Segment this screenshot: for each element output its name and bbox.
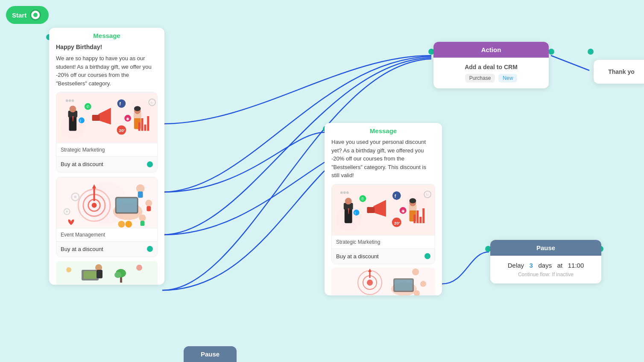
buy-button-m2-1-text: Buy at a discount [336, 252, 379, 261]
svg-rect-51 [138, 191, 143, 198]
buy-button-1-dot[interactable] [147, 161, 153, 167]
svg-text:◉: ◉ [401, 208, 405, 213]
start-node[interactable]: Start [6, 6, 49, 24]
svg-rect-19 [92, 115, 100, 121]
svg-rect-31 [147, 116, 149, 131]
course-image-m2-1: f ✆ ◉ t 20' ↻ [332, 184, 435, 236]
svg-point-12 [69, 105, 76, 112]
svg-point-17 [134, 106, 141, 111]
svg-rect-84 [367, 207, 375, 213]
course-item-1: f ✆ ◉ t 20' ↻ [56, 92, 158, 172]
message-card-1: Message Happy Birthday! We are so happy … [49, 28, 164, 285]
svg-text:f: f [120, 101, 121, 106]
svg-text:20': 20' [119, 128, 125, 133]
svg-rect-95 [419, 216, 422, 223]
svg-text:↻: ↻ [150, 101, 153, 105]
course-image-2 [56, 177, 157, 228]
svg-point-4 [588, 49, 594, 55]
svg-point-54 [139, 214, 146, 221]
svg-rect-94 [416, 210, 419, 223]
svg-point-59 [66, 210, 68, 213]
svg-point-52 [145, 200, 152, 207]
svg-point-102 [343, 191, 346, 194]
svg-rect-28 [138, 123, 141, 131]
svg-point-57 [74, 196, 76, 198]
svg-text:✆: ✆ [361, 197, 364, 201]
svg-text:f: f [395, 193, 396, 199]
buy-button-2-text: Buy at a discount [61, 245, 103, 254]
buy-button-2-dot[interactable] [147, 246, 153, 252]
svg-rect-93 [413, 214, 416, 223]
buy-button-row-1[interactable]: Buy at a discount [56, 156, 157, 172]
start-toggle[interactable] [30, 9, 41, 20]
svg-rect-96 [422, 208, 424, 223]
thankyou-card: Thank yo [594, 60, 644, 84]
pause-at: at [557, 262, 563, 269]
buy-button-row-m2-1[interactable]: Buy at a discount [332, 248, 435, 264]
svg-point-77 [345, 198, 352, 204]
course-item-m2-2-preview [331, 268, 435, 295]
svg-point-61 [125, 221, 132, 228]
svg-point-60 [118, 221, 125, 228]
action-card: Action Add a deal to CRM Purchase New [433, 42, 549, 88]
message-card-2: Message Have you used your personal disc… [325, 123, 442, 295]
pause-days-unit: days [538, 262, 552, 269]
svg-text:20': 20' [394, 220, 400, 225]
course-item-3-preview [56, 261, 158, 285]
svg-point-113 [412, 269, 419, 275]
thankyou-text: Thank yo [594, 60, 644, 84]
action-tag-purchase: Purchase [465, 74, 495, 82]
svg-point-20 [117, 99, 126, 108]
action-card-header: Action [433, 42, 549, 58]
svg-rect-66 [97, 270, 102, 278]
svg-point-101 [340, 191, 343, 194]
svg-point-114 [420, 281, 426, 287]
svg-text:◉: ◉ [126, 117, 129, 121]
svg-point-44 [92, 203, 97, 208]
svg-point-36 [66, 99, 68, 102]
pause-days: 3 [530, 262, 533, 269]
course-item-m2-1: f ✆ ◉ t 20' ↻ [331, 184, 435, 265]
svg-rect-64 [84, 271, 97, 279]
buy-button-1-text: Buy at a discount [61, 160, 103, 169]
pause-node-bottom: Pause [184, 346, 237, 362]
svg-rect-104 [331, 268, 435, 295]
svg-rect-53 [146, 206, 151, 211]
pause-flow-label: Continue flow: If inactive [497, 272, 594, 277]
message2-body: Have you used your personal discount yet… [331, 138, 435, 180]
svg-point-37 [69, 99, 71, 102]
buy-button-row-2[interactable]: Buy at a discount [56, 241, 157, 257]
svg-point-70 [66, 267, 71, 272]
buy-button-m2-1-dot[interactable] [424, 253, 430, 259]
svg-rect-112 [395, 280, 413, 291]
svg-point-38 [71, 99, 74, 102]
svg-point-85 [392, 191, 401, 200]
svg-point-69 [114, 272, 121, 278]
course-image-1: f ✆ ◉ t 20' ↻ [56, 92, 157, 143]
svg-point-103 [346, 191, 349, 194]
pause-delay-line: Delay 3 days at 11:00 [497, 262, 594, 269]
message1-greeting: Happy Birthday! [56, 43, 158, 52]
pause-card-header: Pause [490, 240, 601, 256]
message1-header: Message [49, 28, 164, 43]
svg-point-2 [548, 49, 554, 55]
svg-rect-29 [141, 118, 143, 131]
course2-label: Event Management [56, 228, 157, 241]
pause-node-label: Pause [201, 350, 220, 358]
svg-rect-49 [117, 198, 137, 212]
start-label: Start [12, 12, 26, 19]
course-item-2: Event Management Buy at a discount [56, 177, 158, 257]
message1-body: We are so happy to have you as our stude… [56, 54, 158, 88]
svg-text:↻: ↻ [426, 193, 429, 197]
svg-rect-55 [141, 221, 145, 226]
pause-delay-label: Delay [508, 262, 524, 269]
svg-point-82 [409, 198, 416, 203]
pause-time: 11:00 [568, 262, 584, 269]
svg-point-107 [367, 280, 373, 286]
svg-rect-62 [56, 261, 158, 285]
svg-point-71 [136, 265, 142, 271]
message2-header: Message [325, 123, 442, 138]
svg-rect-30 [144, 125, 146, 131]
course1-label: Strategic Marketing [56, 143, 157, 156]
svg-point-50 [136, 184, 145, 193]
